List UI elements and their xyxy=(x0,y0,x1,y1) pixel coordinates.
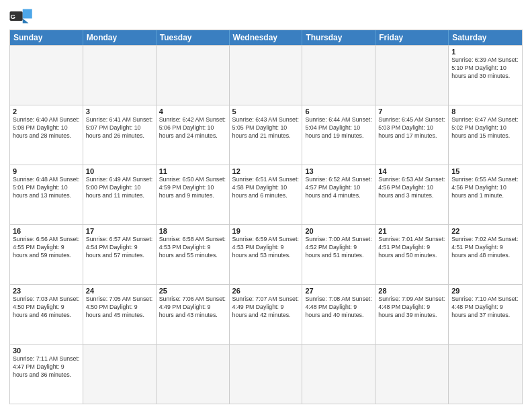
calendar-body: 1Sunrise: 6:39 AM Sunset: 5:10 PM Daylig… xyxy=(10,45,522,404)
calendar-cell: 19Sunrise: 6:59 AM Sunset: 4:53 PM Dayli… xyxy=(230,225,303,284)
calendar-row-5: 30Sunrise: 7:11 AM Sunset: 4:47 PM Dayli… xyxy=(10,344,522,404)
calendar-cell: 26Sunrise: 7:07 AM Sunset: 4:49 PM Dayli… xyxy=(230,285,303,344)
day-number: 11 xyxy=(159,167,226,175)
calendar-row-3: 16Sunrise: 6:56 AM Sunset: 4:55 PM Dayli… xyxy=(10,224,522,284)
calendar: SundayMondayTuesdayWednesdayThursdayFrid… xyxy=(9,30,523,404)
cell-info: Sunrise: 6:45 AM Sunset: 5:03 PM Dayligh… xyxy=(378,116,445,140)
cell-info: Sunrise: 6:40 AM Sunset: 5:08 PM Dayligh… xyxy=(13,116,80,140)
day-number: 4 xyxy=(159,107,226,116)
header: G xyxy=(9,7,523,26)
calendar-cell: 14Sunrise: 6:53 AM Sunset: 4:56 PM Dayli… xyxy=(375,165,449,224)
day-number: 3 xyxy=(86,107,153,116)
calendar-cell xyxy=(375,345,449,404)
day-number: 8 xyxy=(451,107,519,116)
calendar-cell: 23Sunrise: 7:03 AM Sunset: 4:50 PM Dayli… xyxy=(10,285,83,344)
calendar-cell: 15Sunrise: 6:55 AM Sunset: 4:56 PM Dayli… xyxy=(449,165,522,224)
cell-info: Sunrise: 7:01 AM Sunset: 4:51 PM Dayligh… xyxy=(378,236,445,260)
day-number: 27 xyxy=(305,287,372,295)
calendar-cell: 29Sunrise: 7:10 AM Sunset: 4:48 PM Dayli… xyxy=(449,285,522,344)
calendar-cell: 16Sunrise: 6:56 AM Sunset: 4:55 PM Dayli… xyxy=(10,225,83,284)
calendar-cell: 20Sunrise: 7:00 AM Sunset: 4:52 PM Dayli… xyxy=(302,225,375,284)
cell-info: Sunrise: 6:52 AM Sunset: 4:57 PM Dayligh… xyxy=(305,176,372,200)
calendar-cell xyxy=(449,345,522,404)
calendar-cell: 3Sunrise: 6:41 AM Sunset: 5:07 PM Daylig… xyxy=(83,105,157,165)
day-number: 17 xyxy=(86,227,153,235)
cell-info: Sunrise: 7:06 AM Sunset: 4:49 PM Dayligh… xyxy=(159,295,226,320)
cell-info: Sunrise: 7:00 AM Sunset: 4:52 PM Dayligh… xyxy=(305,236,372,260)
cell-info: Sunrise: 6:47 AM Sunset: 5:02 PM Dayligh… xyxy=(451,116,519,140)
day-number: 19 xyxy=(232,227,300,235)
day-number: 22 xyxy=(451,227,519,235)
day-number: 30 xyxy=(13,347,80,355)
cell-info: Sunrise: 7:08 AM Sunset: 4:48 PM Dayligh… xyxy=(305,295,372,320)
day-number: 12 xyxy=(232,167,300,175)
cell-info: Sunrise: 7:02 AM Sunset: 4:51 PM Dayligh… xyxy=(451,236,519,260)
calendar-cell xyxy=(157,345,230,404)
day-number: 16 xyxy=(13,227,80,235)
calendar-cell: 10Sunrise: 6:49 AM Sunset: 5:00 PM Dayli… xyxy=(83,165,157,224)
cell-info: Sunrise: 6:56 AM Sunset: 4:55 PM Dayligh… xyxy=(13,236,80,260)
calendar-cell: 27Sunrise: 7:08 AM Sunset: 4:48 PM Dayli… xyxy=(302,285,375,344)
calendar-cell: 7Sunrise: 6:45 AM Sunset: 5:03 PM Daylig… xyxy=(375,105,449,165)
cell-info: Sunrise: 6:42 AM Sunset: 5:06 PM Dayligh… xyxy=(159,116,226,140)
calendar-cell: 24Sunrise: 7:05 AM Sunset: 4:50 PM Dayli… xyxy=(83,285,157,344)
cell-info: Sunrise: 6:57 AM Sunset: 4:54 PM Dayligh… xyxy=(86,236,153,260)
cell-info: Sunrise: 6:53 AM Sunset: 4:56 PM Dayligh… xyxy=(378,176,445,200)
calendar-cell: 5Sunrise: 6:43 AM Sunset: 5:05 PM Daylig… xyxy=(230,105,303,165)
cell-info: Sunrise: 6:50 AM Sunset: 4:59 PM Dayligh… xyxy=(159,176,226,200)
calendar-row-4: 23Sunrise: 7:03 AM Sunset: 4:50 PM Dayli… xyxy=(10,284,522,344)
day-number: 26 xyxy=(232,287,300,295)
calendar-cell xyxy=(302,345,375,404)
calendar-cell: 12Sunrise: 6:51 AM Sunset: 4:58 PM Dayli… xyxy=(230,165,303,224)
calendar-cell xyxy=(10,46,83,105)
day-number: 5 xyxy=(232,107,300,116)
cell-info: Sunrise: 6:39 AM Sunset: 5:10 PM Dayligh… xyxy=(451,56,519,81)
header-day-sunday: Sunday xyxy=(10,30,83,45)
cell-info: Sunrise: 7:11 AM Sunset: 4:47 PM Dayligh… xyxy=(13,355,80,379)
calendar-cell xyxy=(375,46,449,105)
day-number: 18 xyxy=(159,227,226,235)
day-number: 21 xyxy=(378,227,445,235)
cell-info: Sunrise: 6:43 AM Sunset: 5:05 PM Dayligh… xyxy=(232,116,300,140)
calendar-cell: 13Sunrise: 6:52 AM Sunset: 4:57 PM Dayli… xyxy=(302,165,375,224)
calendar-cell: 22Sunrise: 7:02 AM Sunset: 4:51 PM Dayli… xyxy=(449,225,522,284)
header-day-wednesday: Wednesday xyxy=(230,30,303,45)
calendar-cell: 6Sunrise: 6:44 AM Sunset: 5:04 PM Daylig… xyxy=(302,105,375,165)
calendar-cell xyxy=(230,345,303,404)
day-number: 14 xyxy=(378,167,445,175)
day-number: 10 xyxy=(86,167,153,175)
calendar-cell xyxy=(230,46,303,105)
day-number: 25 xyxy=(159,287,226,295)
calendar-cell: 4Sunrise: 6:42 AM Sunset: 5:06 PM Daylig… xyxy=(157,105,230,165)
day-number: 2 xyxy=(13,107,80,116)
day-number: 6 xyxy=(305,107,372,116)
logo: G xyxy=(9,7,36,26)
calendar-cell: 9Sunrise: 6:48 AM Sunset: 5:01 PM Daylig… xyxy=(10,165,83,224)
cell-info: Sunrise: 7:03 AM Sunset: 4:50 PM Dayligh… xyxy=(13,295,80,320)
calendar-row-0: 1Sunrise: 6:39 AM Sunset: 5:10 PM Daylig… xyxy=(10,45,522,105)
calendar-cell: 30Sunrise: 7:11 AM Sunset: 4:47 PM Dayli… xyxy=(10,345,83,404)
calendar-row-2: 9Sunrise: 6:48 AM Sunset: 5:01 PM Daylig… xyxy=(10,165,522,224)
svg-marker-3 xyxy=(23,19,29,24)
day-number: 24 xyxy=(86,287,153,295)
day-number: 9 xyxy=(13,167,80,175)
cell-info: Sunrise: 6:59 AM Sunset: 4:53 PM Dayligh… xyxy=(232,236,300,260)
calendar-cell: 17Sunrise: 6:57 AM Sunset: 4:54 PM Dayli… xyxy=(83,225,157,284)
calendar-row-1: 2Sunrise: 6:40 AM Sunset: 5:08 PM Daylig… xyxy=(10,105,522,165)
cell-info: Sunrise: 7:05 AM Sunset: 4:50 PM Dayligh… xyxy=(86,295,153,320)
day-number: 1 xyxy=(451,48,519,56)
cell-info: Sunrise: 6:41 AM Sunset: 5:07 PM Dayligh… xyxy=(86,116,153,140)
calendar-cell xyxy=(83,46,157,105)
cell-info: Sunrise: 7:10 AM Sunset: 4:48 PM Dayligh… xyxy=(451,295,519,320)
header-day-thursday: Thursday xyxy=(302,30,375,45)
day-number: 7 xyxy=(378,107,445,116)
day-number: 20 xyxy=(305,227,372,235)
day-number: 29 xyxy=(451,287,519,295)
svg-marker-2 xyxy=(23,9,32,19)
calendar-cell xyxy=(302,46,375,105)
calendar-cell: 28Sunrise: 7:09 AM Sunset: 4:48 PM Dayli… xyxy=(375,285,449,344)
calendar-cell: 2Sunrise: 6:40 AM Sunset: 5:08 PM Daylig… xyxy=(10,105,83,165)
day-number: 28 xyxy=(378,287,445,295)
calendar-cell: 1Sunrise: 6:39 AM Sunset: 5:10 PM Daylig… xyxy=(449,46,522,105)
calendar-cell: 25Sunrise: 7:06 AM Sunset: 4:49 PM Dayli… xyxy=(157,285,230,344)
